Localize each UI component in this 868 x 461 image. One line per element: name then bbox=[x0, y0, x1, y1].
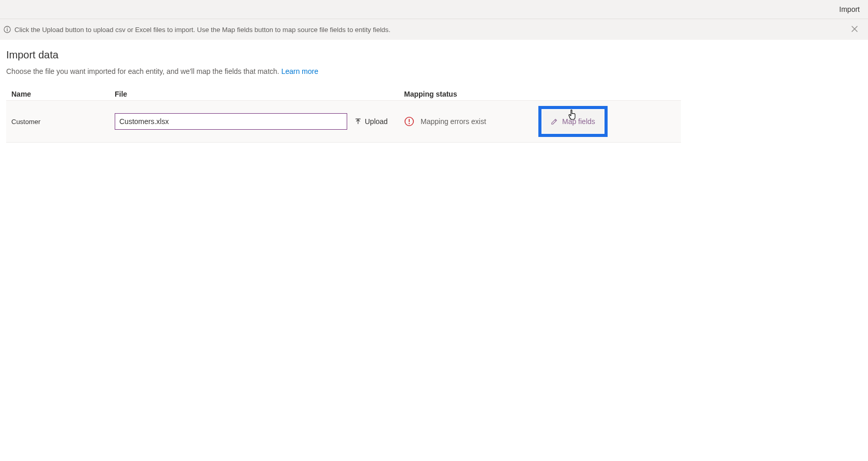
file-input[interactable] bbox=[115, 113, 347, 130]
upload-button-label: Upload bbox=[365, 117, 388, 126]
svg-rect-2 bbox=[7, 29, 7, 31]
error-icon bbox=[404, 116, 414, 127]
edit-icon bbox=[551, 118, 558, 125]
upload-button[interactable]: Upload bbox=[352, 114, 390, 129]
entity-name-cell: Customer bbox=[11, 118, 115, 126]
col-header-name: Name bbox=[11, 90, 115, 98]
file-cell: Upload bbox=[115, 113, 404, 130]
main-content: Import data Choose the file you want imp… bbox=[0, 40, 868, 143]
table-row: Customer Upload Mapping errors exist bbox=[6, 100, 681, 143]
info-banner-text: Click the Upload button to upload csv or… bbox=[14, 26, 847, 34]
map-fields-label: Map fields bbox=[562, 117, 595, 126]
info-icon bbox=[3, 25, 11, 34]
close-icon[interactable] bbox=[847, 23, 862, 36]
header-import-label: Import bbox=[839, 5, 860, 13]
col-header-file: File bbox=[115, 90, 404, 98]
import-grid: Name File Mapping status Customer Upload bbox=[6, 90, 862, 143]
svg-point-5 bbox=[409, 123, 410, 124]
svg-point-1 bbox=[7, 28, 8, 29]
upload-icon bbox=[354, 118, 362, 125]
col-header-mapping-status: Mapping status bbox=[404, 90, 538, 98]
header-bar: Import bbox=[0, 0, 868, 19]
page-subtitle-text: Choose the file you want imported for ea… bbox=[6, 67, 281, 75]
mapping-status-text: Mapping errors exist bbox=[421, 117, 486, 126]
learn-more-link[interactable]: Learn more bbox=[281, 67, 318, 75]
mapping-status-cell: Mapping errors exist bbox=[404, 116, 538, 127]
grid-header: Name File Mapping status bbox=[6, 90, 862, 100]
info-banner: Click the Upload button to upload csv or… bbox=[0, 19, 868, 40]
page-title: Import data bbox=[6, 49, 862, 61]
map-fields-button[interactable]: Map fields bbox=[542, 110, 603, 133]
page-subtitle: Choose the file you want imported for ea… bbox=[6, 67, 862, 75]
mapfields-cell: Map fields bbox=[538, 106, 693, 137]
tutorial-highlight: Map fields bbox=[538, 106, 608, 137]
svg-rect-4 bbox=[409, 119, 410, 122]
